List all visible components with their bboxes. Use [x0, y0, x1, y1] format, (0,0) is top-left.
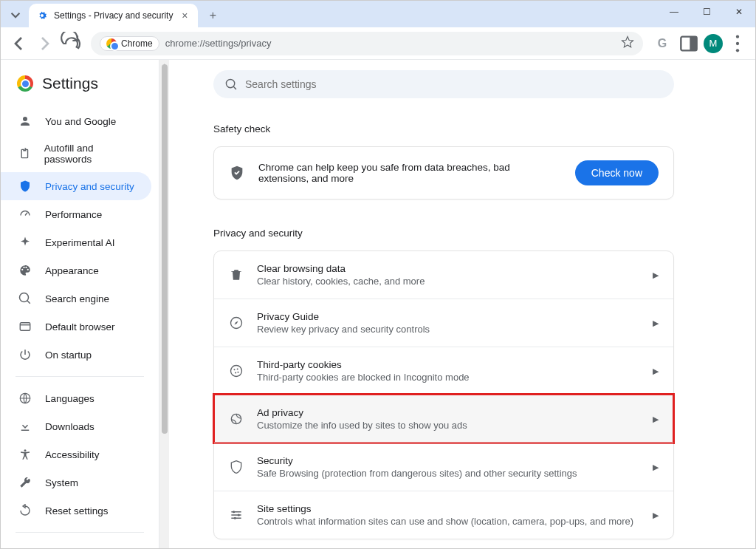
nav-label: Autofill and passwords: [44, 143, 137, 165]
row-clear-browsing-data[interactable]: Clear browsing data Clear history, cooki…: [214, 251, 673, 299]
settings-title: Settings: [42, 75, 98, 92]
svg-rect-5: [20, 323, 30, 331]
sidebar-item-languages[interactable]: Languages: [1, 384, 151, 412]
power-icon: [18, 348, 32, 361]
row-title: Third-party cookies: [257, 359, 639, 370]
row-privacy-guide[interactable]: Privacy Guide Review key privacy and sec…: [214, 299, 673, 347]
privacy-list: Clear browsing data Clear history, cooki…: [213, 250, 674, 539]
ad-privacy-icon: [229, 412, 244, 426]
search-input[interactable]: [245, 78, 662, 90]
browser-tab[interactable]: Settings - Privacy and security ×: [29, 4, 198, 27]
svg-point-13: [235, 372, 236, 374]
svg-point-16: [233, 511, 235, 513]
clipboard-icon: [18, 147, 31, 160]
chrome-logo-icon: [17, 75, 33, 92]
minimize-button[interactable]: —: [658, 1, 690, 23]
globe-icon: [18, 392, 32, 405]
nav-label: Appearance: [45, 265, 99, 276]
check-now-button[interactable]: Check now: [575, 160, 659, 185]
svg-point-17: [238, 514, 240, 516]
sidebar-item-privacy[interactable]: Privacy and security: [1, 172, 151, 200]
row-site-settings[interactable]: Site settings Controls what information …: [214, 491, 673, 539]
sliders-icon: [229, 508, 244, 522]
sidebar-item-on-startup[interactable]: On startup: [1, 341, 151, 369]
svg-rect-1: [690, 36, 696, 50]
sidebar-item-autofill[interactable]: Autofill and passwords: [1, 135, 151, 172]
reload-button[interactable]: [60, 32, 83, 55]
sidebar-item-system[interactable]: System: [1, 468, 151, 497]
nav-label: Downloads: [45, 421, 94, 432]
nav-label: Privacy and security: [45, 181, 134, 192]
new-tab-button[interactable]: +: [202, 5, 223, 26]
titlebar: Settings - Privacy and security × + — ☐ …: [1, 1, 755, 27]
wrench-icon: [18, 476, 32, 489]
download-icon: [18, 420, 32, 433]
sidebar-item-experimental-ai[interactable]: Experimental AI: [1, 228, 151, 256]
sidebar-item-accessibility[interactable]: Accessibility: [1, 440, 151, 468]
svg-point-4: [736, 49, 739, 52]
sidebar-item-downloads[interactable]: Downloads: [1, 412, 151, 440]
nav-label: Experimental AI: [45, 237, 115, 248]
menu-button[interactable]: [726, 32, 749, 55]
side-panel-icon[interactable]: [677, 32, 701, 55]
row-title: Site settings: [257, 503, 639, 514]
sidebar-item-you-and-google[interactable]: You and Google: [1, 107, 151, 135]
svg-point-2: [736, 35, 739, 38]
close-window-button[interactable]: ✕: [723, 1, 755, 23]
sidebar-item-default-browser[interactable]: Default browser: [1, 313, 151, 341]
settings-search[interactable]: [213, 70, 674, 98]
svg-point-11: [234, 369, 236, 370]
row-title: Clear browsing data: [257, 263, 639, 274]
settings-sidebar: Settings You and Google Autofill and pas…: [1, 60, 159, 548]
nav-label: Default browser: [45, 321, 115, 333]
row-subtitle: Controls what information sites can use …: [257, 516, 639, 527]
profile-avatar[interactable]: M: [704, 34, 723, 53]
divider: [16, 376, 144, 377]
nav-label: On startup: [45, 349, 92, 361]
shield-outline-icon: [229, 460, 244, 474]
svg-point-14: [238, 372, 239, 373]
chevron-right-icon: ▶: [653, 463, 659, 472]
sidebar-item-extensions[interactable]: Extensions: [1, 540, 151, 548]
chevron-right-icon: ▶: [653, 415, 659, 424]
settings-header: Settings: [1, 70, 159, 107]
nav-label: Search engine: [45, 293, 109, 304]
maximize-button[interactable]: ☐: [690, 1, 723, 23]
sidebar-item-reset[interactable]: Reset settings: [1, 497, 151, 525]
google-icon[interactable]: G: [650, 32, 674, 55]
row-title: Privacy Guide: [257, 311, 639, 322]
row-subtitle: Third-party cookies are blocked in Incog…: [257, 372, 639, 383]
scroll-thumb[interactable]: [162, 64, 168, 434]
chevron-right-icon: ▶: [653, 511, 659, 520]
shield-icon: [18, 180, 32, 193]
back-button[interactable]: [7, 32, 30, 55]
sidebar-item-search-engine[interactable]: Search engine: [1, 284, 151, 313]
row-subtitle: Clear history, cookies, cache, and more: [257, 276, 639, 287]
nav-label: Reset settings: [45, 505, 109, 516]
forward-button[interactable]: [33, 32, 57, 55]
svg-point-8: [24, 449, 27, 451]
nav-label: Accessibility: [45, 449, 100, 460]
sidebar-item-appearance[interactable]: Appearance: [1, 256, 151, 284]
site-chip[interactable]: Chrome: [100, 36, 159, 51]
row-subtitle: Safe Browsing (protection from dangerous…: [257, 468, 639, 479]
search-icon: [18, 292, 32, 305]
cookie-icon: [229, 364, 244, 378]
address-bar[interactable]: Chrome chrome://settings/privacy: [91, 32, 643, 55]
close-tab-button[interactable]: ×: [179, 10, 190, 21]
browser-icon: [18, 320, 32, 333]
bookmark-star-icon[interactable]: [621, 35, 634, 51]
row-third-party-cookies[interactable]: Third-party cookies Third-party cookies …: [214, 347, 673, 395]
sidebar-item-performance[interactable]: Performance: [1, 200, 151, 228]
row-ad-privacy[interactable]: Ad privacy Customize the info used by si…: [214, 395, 673, 443]
chip-label: Chrome: [121, 38, 153, 49]
window-controls: — ☐ ✕: [658, 1, 755, 23]
sidebar-scrollbar[interactable]: ▲: [159, 60, 169, 548]
palette-icon: [18, 264, 32, 277]
row-security[interactable]: Security Safe Browsing (protection from …: [214, 443, 673, 491]
compass-icon: [229, 316, 244, 330]
trash-icon: [229, 267, 244, 282]
chevron-right-icon: ▶: [653, 270, 659, 280]
chevron-right-icon: ▶: [653, 318, 659, 328]
tab-search-button[interactable]: [5, 5, 26, 24]
